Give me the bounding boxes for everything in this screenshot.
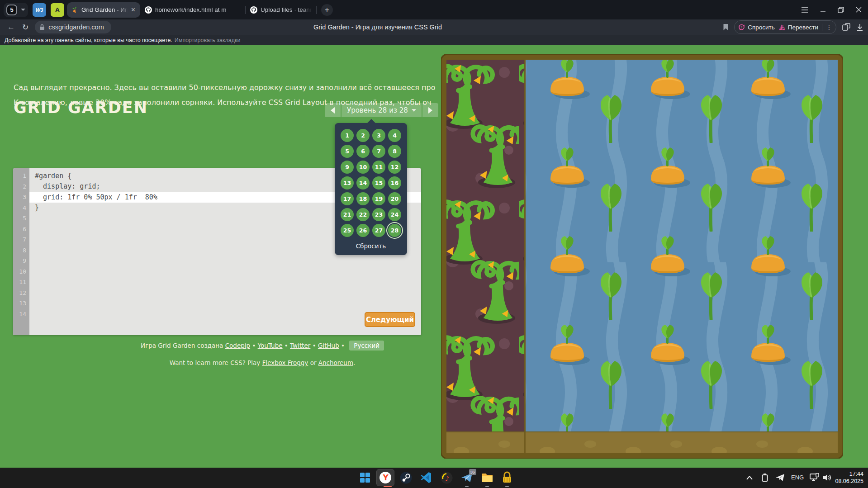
- level-button-7[interactable]: 7: [372, 145, 385, 158]
- codepip-link[interactable]: Codepip: [225, 342, 250, 349]
- level-button-2[interactable]: 2: [356, 129, 370, 142]
- taskbar-clock[interactable]: 17:44 08.06.2025: [835, 470, 863, 485]
- level-button-22[interactable]: 22: [356, 208, 370, 221]
- lock-app-icon[interactable]: [500, 471, 514, 484]
- level-button-18[interactable]: 18: [356, 192, 370, 205]
- instruction-line-2: К сожалению, левые 20% сада заполонили с…: [14, 98, 431, 107]
- level-button-3[interactable]: 3: [372, 129, 385, 142]
- line-code: [29, 266, 421, 277]
- pinned-tab-w3schools[interactable]: W3: [33, 3, 46, 17]
- tab-github-upload[interactable]: Upload files · teanncew/ho: [246, 2, 316, 18]
- tray-chevron-up-icon[interactable]: [743, 471, 756, 484]
- tab-counter-button[interactable]: 5: [4, 3, 28, 17]
- flexbox-froggy-link[interactable]: Flexbox Froggy: [262, 359, 308, 366]
- code-line-10: 10: [13, 266, 421, 277]
- file-explorer-icon[interactable]: [480, 471, 494, 484]
- arrow-right-icon: [428, 107, 432, 114]
- vscode-icon[interactable]: [419, 471, 433, 484]
- yandex-music-icon[interactable]: ♪: [440, 471, 453, 484]
- tray-telegram-icon[interactable]: [773, 471, 787, 484]
- level-button-26[interactable]: 26: [356, 224, 370, 237]
- bookmark-icon[interactable]: [723, 24, 729, 31]
- line-number: 8: [13, 247, 29, 254]
- youtube-link[interactable]: YouTube: [258, 342, 283, 349]
- anchoreum-link[interactable]: Anchoreum: [318, 359, 353, 366]
- level-button-19[interactable]: 19: [372, 192, 385, 205]
- close-icon[interactable]: [856, 7, 862, 13]
- collections-icon[interactable]: [842, 23, 851, 31]
- level-button-14[interactable]: 14: [356, 176, 370, 190]
- level-button-6[interactable]: 6: [356, 145, 370, 158]
- windows-taskbar: Y ♪ 36 ENG: [0, 468, 868, 488]
- bookmarks-hint: Добавляйте на эту панель сайты, которые …: [5, 37, 172, 43]
- twitter-link[interactable]: Twitter: [290, 342, 310, 349]
- level-button-17[interactable]: 17: [341, 192, 354, 205]
- bookmarks-bar: Добавляйте на эту панель сайты, которые …: [0, 35, 868, 45]
- ask-button[interactable]: ? Спросить: [738, 24, 775, 31]
- steam-icon[interactable]: [399, 471, 413, 484]
- import-bookmarks-link[interactable]: Импортировать закладки: [175, 37, 241, 43]
- level-button-12[interactable]: 12: [388, 161, 401, 174]
- github-link[interactable]: GitHub: [318, 342, 339, 349]
- line-number: 1: [13, 172, 29, 179]
- url-field[interactable]: cssgridgarden.com: [35, 21, 111, 33]
- tab-divider: [316, 6, 317, 14]
- svg-text:36: 36: [470, 470, 475, 474]
- level-button-24[interactable]: 24: [388, 208, 401, 221]
- line-number: 10: [13, 268, 29, 275]
- start-button[interactable]: [358, 471, 372, 484]
- more-options-icon[interactable]: ⋮: [826, 24, 832, 31]
- level-button-13[interactable]: 13: [341, 176, 354, 190]
- language-indicator[interactable]: ENG: [791, 474, 804, 481]
- level-button-16[interactable]: 16: [388, 176, 401, 190]
- volume-icon[interactable]: [821, 471, 834, 484]
- url-text: cssgridgarden.com: [48, 24, 104, 31]
- minimize-icon[interactable]: [820, 7, 826, 13]
- close-tab-icon[interactable]: ✕: [131, 6, 136, 13]
- tab-github-homework[interactable]: homework/index.html at m: [140, 2, 245, 18]
- line-number: 12: [13, 289, 29, 296]
- level-button-11[interactable]: 11: [372, 161, 385, 174]
- menu-icon[interactable]: [801, 7, 808, 13]
- level-button-27[interactable]: 27: [372, 224, 385, 237]
- chevron-down-icon: [21, 9, 25, 11]
- level-button-9[interactable]: 9: [341, 161, 354, 174]
- level-button-20[interactable]: 20: [388, 192, 401, 205]
- running-indicator: [505, 486, 509, 487]
- active-app-indicator: [384, 486, 392, 487]
- level-button-8[interactable]: 8: [388, 145, 401, 158]
- pinned-tab-a[interactable]: A: [51, 3, 64, 17]
- language-button[interactable]: Русский: [349, 341, 384, 351]
- back-icon[interactable]: ←: [7, 23, 15, 32]
- level-button-1[interactable]: 1: [341, 129, 354, 142]
- level-button-21[interactable]: 21: [341, 208, 354, 221]
- line-number: 13: [13, 300, 29, 307]
- level-button-4[interactable]: 4: [388, 129, 401, 142]
- next-level-submit-button[interactable]: Следующий: [365, 312, 415, 327]
- line-number: 6: [13, 226, 29, 232]
- tray-battery-icon[interactable]: [758, 471, 772, 484]
- network-icon[interactable]: [808, 471, 821, 484]
- running-indicator: [465, 486, 469, 487]
- window-controls: [801, 0, 868, 19]
- level-button-10[interactable]: 10: [356, 161, 370, 174]
- level-button-28[interactable]: 28: [388, 224, 401, 237]
- translate-button[interactable]: あ Перевести: [778, 24, 818, 31]
- level-button-15[interactable]: 15: [372, 176, 385, 190]
- reset-button[interactable]: Сбросить: [335, 242, 407, 250]
- code-line-12: 12: [13, 288, 421, 298]
- tab-grid-garden[interactable]: Grid Garden - Игра для ✕: [67, 2, 140, 18]
- new-tab-button[interactable]: +: [321, 4, 333, 16]
- line-code: [29, 277, 421, 288]
- download-icon[interactable]: [856, 24, 863, 31]
- level-button-25[interactable]: 25: [341, 224, 354, 237]
- caret-down-icon: [412, 109, 416, 112]
- level-button-5[interactable]: 5: [341, 145, 354, 158]
- level-button-23[interactable]: 23: [372, 208, 385, 221]
- telegram-icon[interactable]: 36: [460, 471, 474, 484]
- refresh-icon[interactable]: ↻: [22, 23, 28, 32]
- weeds-cell: [446, 60, 525, 431]
- yandex-browser-icon[interactable]: Y: [379, 471, 392, 484]
- address-bar-actions: ? Спросить あ Перевести ⋮: [723, 20, 863, 34]
- restore-icon[interactable]: [838, 7, 844, 13]
